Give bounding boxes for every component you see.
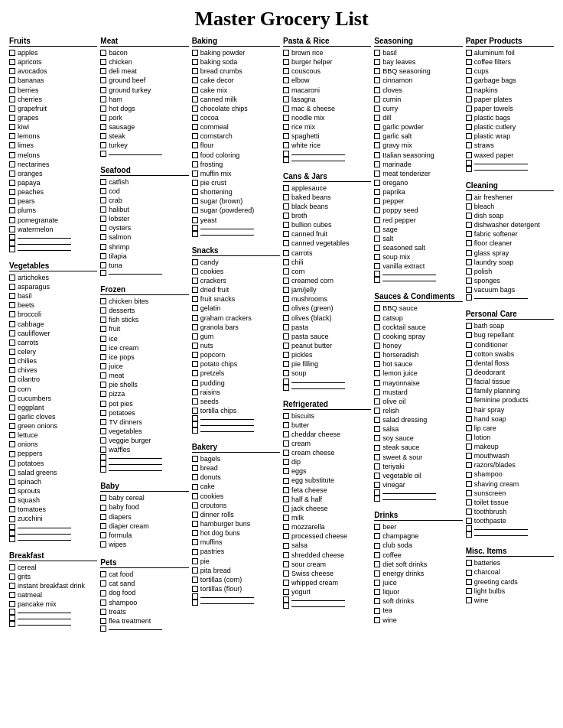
list-item[interactable]: cilantro — [9, 375, 97, 384]
checkbox[interactable] — [9, 367, 15, 373]
list-item[interactable]: cloves — [374, 86, 462, 95]
checkbox[interactable] — [374, 142, 380, 148]
blank-line[interactable] — [9, 524, 97, 530]
checkbox[interactable] — [466, 531, 472, 538]
checkbox[interactable] — [192, 343, 198, 349]
checkbox[interactable] — [466, 407, 472, 413]
list-item[interactable]: pudding — [192, 379, 280, 388]
checkbox[interactable] — [466, 115, 472, 121]
list-item[interactable]: paper towels — [466, 104, 554, 113]
list-item[interactable]: beets — [9, 301, 97, 310]
list-item[interactable]: formula — [100, 531, 188, 540]
list-item[interactable]: mozzarella — [283, 522, 371, 531]
checkbox[interactable] — [9, 470, 15, 476]
list-item[interactable]: liquor — [374, 587, 462, 596]
checkbox[interactable] — [9, 189, 15, 195]
list-item[interactable]: sour cream — [283, 560, 371, 569]
checkbox[interactable] — [192, 408, 198, 414]
checkbox[interactable] — [192, 558, 198, 564]
checkbox[interactable] — [100, 523, 106, 529]
checkbox[interactable] — [9, 441, 15, 447]
list-item[interactable]: lotion — [466, 433, 554, 442]
checkbox[interactable] — [100, 142, 106, 148]
checkbox[interactable] — [100, 133, 106, 139]
checkbox[interactable] — [466, 250, 472, 256]
list-item[interactable]: mushrooms — [283, 294, 371, 304]
list-item[interactable]: baby cereal — [100, 493, 188, 502]
list-item[interactable]: floor cleaner — [466, 239, 554, 248]
checkbox[interactable] — [9, 152, 15, 158]
checkbox[interactable] — [283, 496, 289, 502]
list-item[interactable]: diapers — [100, 512, 188, 522]
checkbox[interactable] — [374, 408, 380, 414]
list-item[interactable]: frosting — [192, 160, 280, 169]
list-item[interactable]: deli meat — [100, 67, 188, 76]
list-item[interactable]: shortening — [192, 187, 280, 197]
list-item[interactable]: burger helper — [283, 57, 371, 67]
checkbox[interactable] — [192, 586, 198, 592]
list-item[interactable]: cat food — [100, 570, 188, 579]
checkbox[interactable] — [374, 482, 380, 488]
checkbox[interactable] — [466, 194, 472, 200]
checkbox[interactable] — [192, 593, 198, 600]
list-item[interactable]: bath soap — [466, 321, 554, 330]
list-item[interactable]: wine — [466, 596, 554, 605]
list-item[interactable]: cotton swabs — [466, 349, 554, 359]
list-item[interactable]: toothbrush — [466, 507, 554, 516]
list-item[interactable]: cheddar cheese — [283, 430, 371, 439]
list-item[interactable]: toothpaste — [466, 516, 554, 525]
checkbox[interactable] — [192, 87, 198, 93]
blank-line[interactable] — [466, 531, 554, 538]
checkbox[interactable] — [100, 495, 106, 501]
checkbox[interactable] — [283, 333, 289, 340]
checkbox[interactable] — [9, 349, 15, 355]
checkbox[interactable] — [466, 231, 472, 237]
list-item[interactable]: onions — [9, 440, 97, 449]
list-item[interactable]: vegetables — [100, 427, 188, 436]
checkbox[interactable] — [192, 415, 198, 421]
checkbox[interactable] — [374, 552, 380, 558]
checkbox[interactable] — [374, 152, 380, 158]
checkbox[interactable] — [283, 106, 289, 112]
checkbox[interactable] — [192, 427, 198, 434]
list-item[interactable]: green onions — [9, 421, 97, 431]
checkbox[interactable] — [374, 271, 380, 277]
checkbox[interactable] — [466, 499, 472, 505]
list-item[interactable]: cake decor — [192, 76, 280, 85]
list-item[interactable]: cookies — [192, 492, 280, 501]
checkbox[interactable] — [283, 370, 289, 376]
list-item[interactable]: donuts — [192, 473, 280, 482]
checkbox[interactable] — [283, 505, 289, 512]
list-item[interactable]: pancake mix — [9, 600, 97, 609]
checkbox[interactable] — [192, 456, 198, 462]
checkbox[interactable] — [100, 225, 106, 231]
checkbox[interactable] — [9, 275, 15, 281]
list-item[interactable]: Swiss cheese — [283, 569, 371, 578]
list-item[interactable]: tortillas (corn) — [192, 575, 280, 584]
checkbox[interactable] — [283, 361, 289, 367]
list-item[interactable]: tomatoes — [9, 505, 97, 514]
list-item[interactable]: shaving cream — [466, 479, 554, 489]
list-item[interactable]: turkey — [100, 141, 188, 150]
checkbox[interactable] — [283, 561, 289, 567]
list-item[interactable]: pretzels — [192, 369, 280, 378]
checkbox[interactable] — [100, 326, 106, 332]
checkbox[interactable] — [374, 106, 380, 112]
blank-line[interactable] — [192, 600, 280, 606]
list-item[interactable]: pie crust — [192, 178, 280, 187]
blank-line[interactable] — [283, 379, 371, 385]
list-item[interactable]: macaroni — [283, 86, 371, 95]
list-item[interactable]: pickles — [283, 350, 371, 359]
checkbox[interactable] — [374, 580, 380, 586]
list-item[interactable]: bug repellant — [466, 330, 554, 340]
checkbox[interactable] — [374, 171, 380, 177]
blank-line[interactable] — [9, 615, 97, 621]
checkbox[interactable] — [100, 50, 106, 56]
checkbox[interactable] — [283, 343, 289, 349]
checkbox[interactable] — [283, 203, 289, 210]
list-item[interactable]: napkins — [466, 86, 554, 95]
list-item[interactable]: TV dinners — [100, 418, 188, 427]
checkbox[interactable] — [192, 152, 198, 158]
list-item[interactable]: crab — [100, 196, 188, 205]
checkbox[interactable] — [466, 59, 472, 65]
